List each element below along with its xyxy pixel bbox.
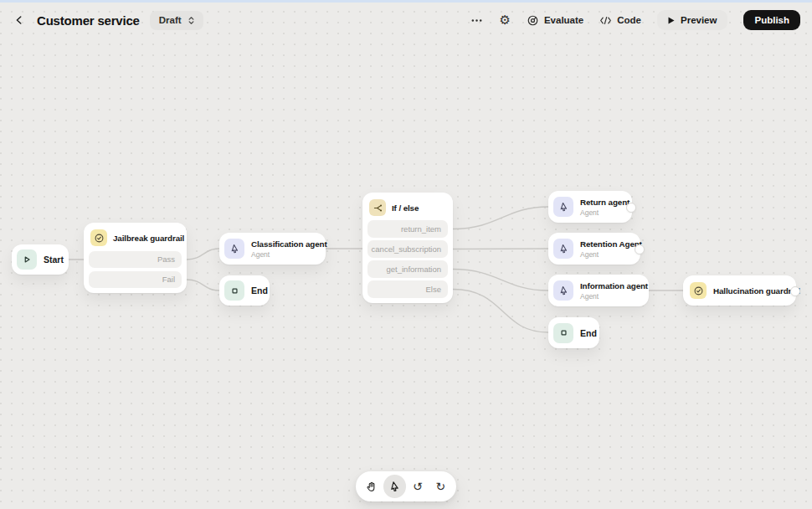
undo-button[interactable]: ↺ [406, 475, 429, 498]
node-jailbreak-header: Jailbreak guardrail [89, 228, 182, 248]
select-chevrons-icon [187, 15, 196, 26]
node-end-top[interactable]: End [219, 275, 270, 306]
guardrail-check-icon [90, 229, 107, 246]
node-retention-agent[interactable]: Retention Agent Agent [548, 233, 640, 265]
node-retention-agent-subtitle: Agent [580, 250, 642, 259]
node-if-else-header: If / else [367, 198, 448, 218]
more-options-button[interactable] [470, 14, 483, 27]
node-end-bottom-label: End [580, 328, 597, 338]
back-button[interactable] [12, 13, 27, 28]
node-jailbreak-title: Jailbreak guardrail [113, 234, 184, 243]
code-label: Code [617, 15, 641, 25]
edge-returnitem-returnagent [453, 207, 548, 229]
header-left: Customer service Draft [12, 11, 203, 30]
settings-button[interactable]: ⚙ [499, 14, 510, 27]
node-information-agent-subtitle: Agent [580, 292, 648, 301]
stop-square-icon [224, 280, 244, 301]
back-chevron-icon [13, 14, 25, 26]
agent-pointer-icon [224, 239, 244, 259]
evaluate-icon [527, 14, 539, 27]
output-port[interactable] [635, 244, 645, 254]
guardrail-check-icon [690, 282, 707, 299]
node-return-agent-subtitle: Agent [580, 208, 630, 217]
node-return-agent[interactable]: Return agent Agent [548, 191, 632, 223]
node-hallucination-title: Hallucination guardrail [713, 286, 800, 296]
redo-icon: ↻ [435, 481, 445, 492]
node-if-else-title: If / else [392, 203, 419, 213]
undo-icon: ↺ [413, 481, 423, 492]
canvas-toolbar: ↺ ↻ [356, 471, 456, 501]
status-label: Draft [159, 15, 182, 25]
node-classification-subtitle: Agent [251, 250, 327, 259]
edge-else-end [453, 290, 548, 333]
preview-label: Preview [681, 15, 717, 25]
play-outline-icon [17, 249, 37, 270]
edge-fail-end [187, 280, 219, 290]
publish-button[interactable]: Publish [743, 10, 800, 30]
node-jailbreak-guardrail[interactable]: Jailbreak guardrail Pass Fail [84, 223, 187, 293]
ellipsis-icon [470, 14, 483, 27]
edge-cancel-retention [453, 249, 548, 249]
gear-icon: ⚙ [499, 14, 510, 27]
output-row-fail[interactable]: Fail [89, 271, 182, 288]
header-right: ⚙ Evaluate Code Preview Publish [470, 10, 800, 30]
hand-icon [365, 481, 378, 493]
page-title: Customer service [37, 13, 140, 28]
output-port[interactable] [790, 286, 800, 296]
stop-square-icon [553, 323, 573, 343]
edge-getinfo-information [453, 270, 548, 291]
cursor-icon [388, 481, 401, 493]
status-dropdown[interactable]: Draft [150, 11, 203, 30]
node-retention-agent-title: Retention Agent [580, 239, 642, 249]
pan-tool-button[interactable] [360, 475, 383, 498]
code-button[interactable]: Code [599, 14, 641, 27]
node-start[interactable]: Start [12, 244, 69, 275]
preview-button[interactable]: Preview [657, 10, 727, 30]
node-classification-title: Classification agent [251, 239, 327, 249]
select-tool-button[interactable] [383, 475, 407, 498]
branch-row-cancel-subscription[interactable]: cancel_subscription [367, 240, 448, 258]
agent-pointer-icon [553, 197, 573, 217]
output-row-pass[interactable]: Pass [89, 251, 182, 268]
agent-pointer-icon [553, 239, 573, 259]
branch-row-get-information[interactable]: get_information [367, 260, 448, 278]
branch-row-else[interactable]: Else [367, 280, 448, 298]
play-icon [668, 17, 675, 24]
node-return-agent-title: Return agent [580, 198, 630, 207]
agent-pointer-icon [553, 280, 573, 301]
evaluate-button[interactable]: Evaluate [527, 14, 583, 27]
header-bar: Customer service Draft ⚙ Evaluate [0, 3, 812, 38]
branch-row-return-item[interactable]: return_item [367, 220, 448, 238]
node-end-top-label: End [251, 285, 268, 296]
top-accent-strip [0, 0, 812, 3]
publish-label: Publish [754, 15, 789, 25]
node-information-agent-title: Information agent [580, 281, 648, 290]
output-port[interactable] [626, 203, 636, 213]
evaluate-label: Evaluate [544, 15, 583, 25]
redo-button[interactable]: ↻ [429, 475, 453, 498]
node-end-bottom[interactable]: End [548, 317, 599, 348]
node-hallucination-guardrail[interactable]: Hallucination guardrail [683, 275, 796, 306]
node-start-label: Start [44, 254, 64, 265]
code-icon [599, 14, 612, 27]
node-if-else[interactable]: If / else return_item cancel_subscriptio… [362, 193, 453, 303]
node-information-agent[interactable]: Information agent Agent [548, 275, 649, 306]
edge-pass-classification [187, 249, 219, 260]
branch-icon [369, 199, 386, 216]
node-classification-agent[interactable]: Classification agent Agent [219, 233, 326, 265]
